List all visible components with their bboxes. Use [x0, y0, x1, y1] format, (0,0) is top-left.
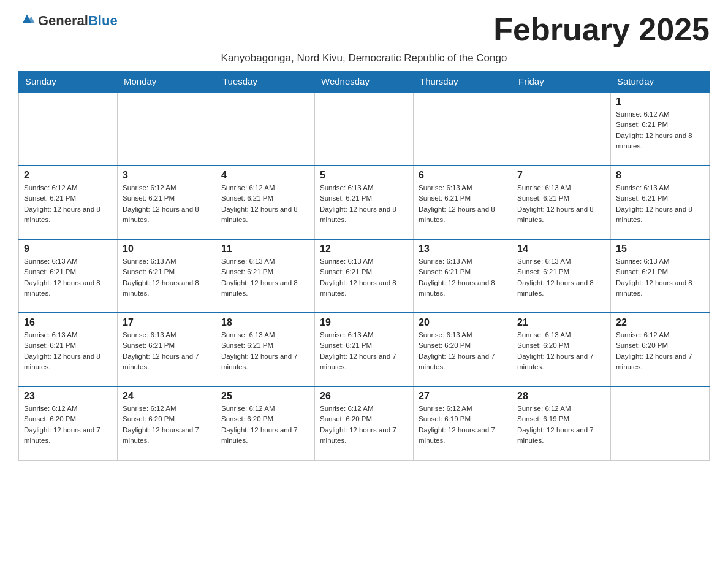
weekday-header-row: SundayMondayTuesdayWednesdayThursdayFrid…: [19, 71, 710, 93]
day-info: Sunrise: 6:13 AMSunset: 6:21 PMDaylight:…: [24, 256, 112, 299]
day-info: Sunrise: 6:12 AMSunset: 6:21 PMDaylight:…: [123, 183, 211, 225]
day-info: Sunrise: 6:12 AMSunset: 6:21 PMDaylight:…: [24, 183, 112, 225]
calendar-cell: 11Sunrise: 6:13 AMSunset: 6:21 PMDayligh…: [216, 239, 315, 313]
day-info: Sunrise: 6:13 AMSunset: 6:21 PMDaylight:…: [24, 330, 112, 372]
weekday-header-thursday: Thursday: [414, 71, 512, 93]
day-number: 12: [320, 243, 408, 255]
calendar-cell: [19, 92, 118, 166]
day-number: 13: [419, 243, 507, 255]
day-number: 9: [24, 243, 112, 255]
calendar-cell: 5Sunrise: 6:13 AMSunset: 6:21 PMDaylight…: [315, 166, 414, 239]
calendar-subtitle: Kanyobagonga, Nord Kivu, Democratic Repu…: [18, 52, 710, 64]
calendar-cell: 23Sunrise: 6:12 AMSunset: 6:20 PMDayligh…: [19, 386, 118, 460]
calendar-cell: 24Sunrise: 6:12 AMSunset: 6:20 PMDayligh…: [118, 386, 216, 460]
page-header: GeneralBlue February 2025: [18, 12, 710, 47]
day-number: 7: [517, 170, 605, 181]
day-info: Sunrise: 6:12 AMSunset: 6:20 PMDaylight:…: [123, 404, 211, 446]
week-row-2: 2Sunrise: 6:12 AMSunset: 6:21 PMDaylight…: [19, 166, 710, 239]
weekday-header-sunday: Sunday: [19, 71, 118, 93]
calendar-cell: 28Sunrise: 6:12 AMSunset: 6:19 PMDayligh…: [512, 386, 611, 460]
calendar-cell: 19Sunrise: 6:13 AMSunset: 6:21 PMDayligh…: [315, 313, 414, 386]
calendar-cell: 9Sunrise: 6:13 AMSunset: 6:21 PMDaylight…: [19, 239, 118, 313]
day-info: Sunrise: 6:12 AMSunset: 6:19 PMDaylight:…: [517, 404, 605, 446]
day-number: 10: [123, 243, 211, 255]
day-number: 5: [320, 170, 408, 181]
day-info: Sunrise: 6:13 AMSunset: 6:21 PMDaylight:…: [221, 330, 309, 372]
day-info: Sunrise: 6:13 AMSunset: 6:21 PMDaylight:…: [320, 256, 408, 299]
logo: GeneralBlue: [18, 12, 118, 29]
day-number: 27: [419, 391, 507, 402]
day-number: 6: [419, 170, 507, 181]
weekday-header-wednesday: Wednesday: [315, 71, 414, 93]
day-number: 2: [24, 170, 112, 181]
weekday-header-monday: Monday: [118, 71, 216, 93]
weekday-header-tuesday: Tuesday: [216, 71, 315, 93]
day-info: Sunrise: 6:13 AMSunset: 6:21 PMDaylight:…: [616, 256, 704, 299]
day-info: Sunrise: 6:13 AMSunset: 6:21 PMDaylight:…: [320, 330, 408, 372]
day-number: 16: [24, 317, 112, 328]
calendar-table: SundayMondayTuesdayWednesdayThursdayFrid…: [18, 71, 710, 461]
day-number: 1: [616, 96, 704, 107]
day-number: 20: [419, 317, 507, 328]
day-info: Sunrise: 6:13 AMSunset: 6:21 PMDaylight:…: [221, 256, 309, 299]
calendar-cell: 6Sunrise: 6:13 AMSunset: 6:21 PMDaylight…: [414, 166, 512, 239]
day-number: 21: [517, 317, 605, 328]
week-row-4: 16Sunrise: 6:13 AMSunset: 6:21 PMDayligh…: [19, 313, 710, 386]
calendar-cell: [512, 92, 611, 166]
calendar-cell: 13Sunrise: 6:13 AMSunset: 6:21 PMDayligh…: [414, 239, 512, 313]
calendar-cell: 14Sunrise: 6:13 AMSunset: 6:21 PMDayligh…: [512, 239, 611, 313]
calendar-cell: 12Sunrise: 6:13 AMSunset: 6:21 PMDayligh…: [315, 239, 414, 313]
calendar-cell: 15Sunrise: 6:13 AMSunset: 6:21 PMDayligh…: [611, 239, 710, 313]
calendar-cell: 22Sunrise: 6:12 AMSunset: 6:20 PMDayligh…: [611, 313, 710, 386]
day-number: 11: [221, 243, 309, 255]
calendar-cell: 8Sunrise: 6:13 AMSunset: 6:21 PMDaylight…: [611, 166, 710, 239]
calendar-cell: 17Sunrise: 6:13 AMSunset: 6:21 PMDayligh…: [118, 313, 216, 386]
day-info: Sunrise: 6:12 AMSunset: 6:21 PMDaylight:…: [616, 109, 704, 151]
day-info: Sunrise: 6:13 AMSunset: 6:20 PMDaylight:…: [419, 330, 507, 372]
logo-icon: [18, 11, 36, 28]
calendar-cell: 21Sunrise: 6:13 AMSunset: 6:20 PMDayligh…: [512, 313, 611, 386]
calendar-cell: 18Sunrise: 6:13 AMSunset: 6:21 PMDayligh…: [216, 313, 315, 386]
logo-blue-text: Blue: [88, 13, 118, 28]
day-info: Sunrise: 6:13 AMSunset: 6:21 PMDaylight:…: [419, 183, 507, 225]
day-number: 25: [221, 391, 309, 402]
day-number: 4: [221, 170, 309, 181]
day-info: Sunrise: 6:12 AMSunset: 6:20 PMDaylight:…: [221, 404, 309, 446]
calendar-cell: 4Sunrise: 6:12 AMSunset: 6:21 PMDaylight…: [216, 166, 315, 239]
day-number: 14: [517, 243, 605, 255]
calendar-cell: 26Sunrise: 6:12 AMSunset: 6:20 PMDayligh…: [315, 386, 414, 460]
calendar-cell: 10Sunrise: 6:13 AMSunset: 6:21 PMDayligh…: [118, 239, 216, 313]
calendar-cell: 2Sunrise: 6:12 AMSunset: 6:21 PMDaylight…: [19, 166, 118, 239]
calendar-cell: [216, 92, 315, 166]
calendar-cell: [118, 92, 216, 166]
calendar-cell: 25Sunrise: 6:12 AMSunset: 6:20 PMDayligh…: [216, 386, 315, 460]
calendar-cell: 1Sunrise: 6:12 AMSunset: 6:21 PMDaylight…: [611, 92, 710, 166]
day-number: 18: [221, 317, 309, 328]
day-info: Sunrise: 6:13 AMSunset: 6:21 PMDaylight:…: [123, 256, 211, 299]
weekday-header-saturday: Saturday: [611, 71, 710, 93]
day-info: Sunrise: 6:13 AMSunset: 6:21 PMDaylight:…: [320, 183, 408, 225]
day-info: Sunrise: 6:13 AMSunset: 6:21 PMDaylight:…: [123, 330, 211, 372]
week-row-5: 23Sunrise: 6:12 AMSunset: 6:20 PMDayligh…: [19, 386, 710, 460]
calendar-cell: 7Sunrise: 6:13 AMSunset: 6:21 PMDaylight…: [512, 166, 611, 239]
day-number: 8: [616, 170, 704, 181]
day-info: Sunrise: 6:12 AMSunset: 6:20 PMDaylight:…: [320, 404, 408, 446]
calendar-cell: 3Sunrise: 6:12 AMSunset: 6:21 PMDaylight…: [118, 166, 216, 239]
calendar-cell: 16Sunrise: 6:13 AMSunset: 6:21 PMDayligh…: [19, 313, 118, 386]
day-info: Sunrise: 6:13 AMSunset: 6:21 PMDaylight:…: [616, 183, 704, 225]
day-info: Sunrise: 6:13 AMSunset: 6:21 PMDaylight:…: [517, 256, 605, 299]
day-number: 17: [123, 317, 211, 328]
calendar-cell: [611, 386, 710, 460]
day-info: Sunrise: 6:12 AMSunset: 6:21 PMDaylight:…: [221, 183, 309, 225]
day-info: Sunrise: 6:13 AMSunset: 6:21 PMDaylight:…: [419, 256, 507, 299]
week-row-3: 9Sunrise: 6:13 AMSunset: 6:21 PMDaylight…: [19, 239, 710, 313]
day-number: 26: [320, 391, 408, 402]
day-number: 22: [616, 317, 704, 328]
calendar-cell: [315, 92, 414, 166]
day-info: Sunrise: 6:13 AMSunset: 6:20 PMDaylight:…: [517, 330, 605, 372]
day-number: 19: [320, 317, 408, 328]
day-number: 15: [616, 243, 704, 255]
calendar-cell: 27Sunrise: 6:12 AMSunset: 6:19 PMDayligh…: [414, 386, 512, 460]
day-info: Sunrise: 6:13 AMSunset: 6:21 PMDaylight:…: [517, 183, 605, 225]
day-number: 24: [123, 391, 211, 402]
